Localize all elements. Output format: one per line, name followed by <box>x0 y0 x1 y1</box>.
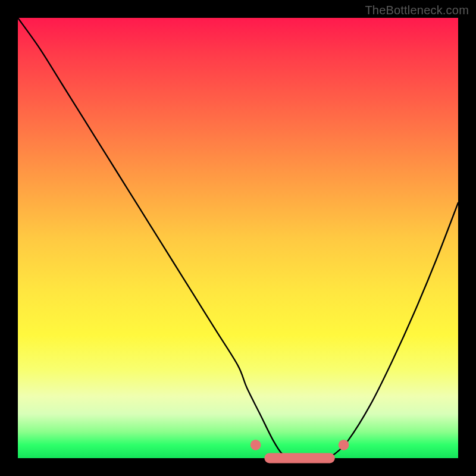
left-knee-dot <box>250 440 261 450</box>
chart-frame: TheBottleneck.com <box>0 0 476 476</box>
curve-svg <box>18 18 458 458</box>
plot-area <box>18 18 458 458</box>
watermark-text: TheBottleneck.com <box>365 4 469 17</box>
flat-region <box>264 453 334 463</box>
right-knee-dot <box>339 440 349 450</box>
bottleneck-curve <box>18 18 458 459</box>
